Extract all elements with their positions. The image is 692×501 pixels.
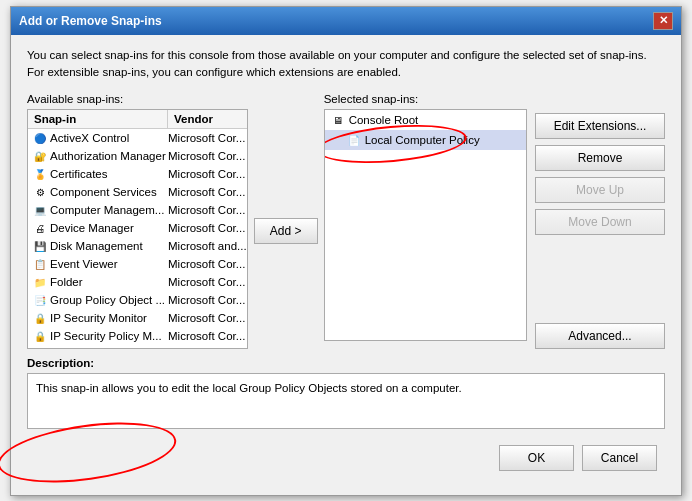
list-header: Snap-in Vendor — [28, 110, 247, 129]
cancel-button[interactable]: Cancel — [582, 445, 657, 471]
item-vendor-5: Microsoft Cor... — [168, 222, 245, 234]
item-icon-12: 🔗 — [30, 346, 50, 349]
item-vendor-8: Microsoft Cor... — [168, 276, 245, 288]
remove-button[interactable]: Remove — [535, 145, 665, 171]
list-item[interactable]: 📋 Event Viewer Microsoft Cor... — [28, 255, 247, 273]
list-item[interactable]: 📑 Group Policy Object ... Microsoft Cor.… — [28, 291, 247, 309]
available-label: Available snap-ins: — [27, 93, 248, 105]
item-name-10: IP Security Monitor — [50, 312, 168, 324]
item-name-2: Certificates — [50, 168, 168, 180]
close-button[interactable]: ✕ — [653, 12, 673, 30]
item-icon-7: 📋 — [30, 256, 50, 272]
item-vendor-1: Microsoft Cor... — [168, 150, 245, 162]
item-vendor-2: Microsoft Cor... — [168, 168, 245, 180]
list-item[interactable]: 💻 Computer Managem... Microsoft Cor... — [28, 201, 247, 219]
description-content: This snap-in allows you to edit the loca… — [27, 373, 665, 429]
item-icon-10: 🔒 — [30, 310, 50, 326]
edit-extensions-button[interactable]: Edit Extensions... — [535, 113, 665, 139]
list-item[interactable]: 🔗 Link to Web Address Microsoft Cor... — [28, 345, 247, 349]
item-icon-0: 🔵 — [30, 130, 50, 146]
item-name-9: Group Policy Object ... — [50, 294, 168, 306]
selected-panel: Selected snap-ins: 🖥 Console Root 📄 Loca… — [324, 93, 527, 349]
dialog-title: Add or Remove Snap-ins — [19, 14, 162, 28]
item-vendor-4: Microsoft Cor... — [168, 204, 245, 216]
available-listbox[interactable]: Snap-in Vendor 🔵 ActiveX Control Microso… — [27, 109, 248, 349]
selected-label: Selected snap-ins: — [324, 93, 527, 105]
bottom-buttons: OK Cancel — [27, 439, 665, 481]
list-item[interactable]: 🏅 Certificates Microsoft Cor... — [28, 165, 247, 183]
item-icon-11: 🔒 — [30, 328, 50, 344]
item-icon-6: 💾 — [30, 238, 50, 254]
item-vendor-7: Microsoft Cor... — [168, 258, 245, 270]
col-header-snapin: Snap-in — [28, 110, 168, 128]
item-name-7: Event Viewer — [50, 258, 168, 270]
item-icon-8: 📁 — [30, 274, 50, 290]
ok-button[interactable]: OK — [499, 445, 574, 471]
item-name-11: IP Security Policy M... — [50, 330, 168, 342]
item-icon-3: ⚙ — [30, 184, 50, 200]
item-vendor-10: Microsoft Cor... — [168, 312, 245, 324]
item-vendor-3: Microsoft Cor... — [168, 186, 245, 198]
item-icon-2: 🏅 — [30, 166, 50, 182]
item-vendor-6: Microsoft and... — [168, 240, 247, 252]
description-section: Description: This snap-in allows you to … — [27, 357, 665, 429]
description-label: Description: — [27, 357, 665, 369]
item-vendor-0: Microsoft Cor... — [168, 132, 245, 144]
intro-text: You can select snap-ins for this console… — [27, 47, 665, 82]
item-name-5: Device Manager — [50, 222, 168, 234]
item-icon-5: 🖨 — [30, 220, 50, 236]
list-item[interactable]: 📁 Folder Microsoft Cor... — [28, 273, 247, 291]
list-item[interactable]: ⚙ Component Services Microsoft Cor... — [28, 183, 247, 201]
action-buttons-panel: Edit Extensions... Remove Move Up Move D… — [535, 93, 665, 349]
item-name-1: Authorization Manager — [50, 150, 168, 162]
move-down-button[interactable]: Move Down — [535, 209, 665, 235]
tree-item-local-policy[interactable]: 📄 Local Computer Policy — [325, 130, 526, 150]
item-vendor-11: Microsoft Cor... — [168, 330, 245, 342]
item-vendor-12: Microsoft Cor... — [168, 348, 245, 349]
item-icon-1: 🔐 — [30, 148, 50, 164]
console-root-icon: 🖥 — [329, 112, 347, 128]
tree-item-console-root[interactable]: 🖥 Console Root — [325, 110, 526, 130]
col-header-vendor: Vendor — [168, 110, 247, 128]
item-name-0: ActiveX Control — [50, 132, 168, 144]
list-item[interactable]: 💾 Disk Management Microsoft and... — [28, 237, 247, 255]
list-item[interactable]: 🔒 IP Security Policy M... Microsoft Cor.… — [28, 327, 247, 345]
available-items-list: 🔵 ActiveX Control Microsoft Cor... 🔐 Aut… — [28, 129, 247, 349]
item-name-8: Folder — [50, 276, 168, 288]
list-item[interactable]: 🔒 IP Security Monitor Microsoft Cor... — [28, 309, 247, 327]
available-panel: Available snap-ins: Snap-in Vendor 🔵 Act… — [27, 93, 248, 349]
add-remove-snapins-dialog: Add or Remove Snap-ins ✕ You can select … — [10, 6, 682, 496]
item-icon-4: 💻 — [30, 202, 50, 218]
list-item[interactable]: 🔐 Authorization Manager Microsoft Cor... — [28, 147, 247, 165]
local-policy-icon: 📄 — [345, 132, 363, 148]
item-name-12: Link to Web Address — [50, 348, 168, 349]
selected-tree[interactable]: 🖥 Console Root 📄 Local Computer Policy — [324, 109, 527, 341]
center-panel: Add > — [248, 93, 324, 349]
title-bar: Add or Remove Snap-ins ✕ — [11, 7, 681, 35]
item-name-4: Computer Managem... — [50, 204, 168, 216]
item-name-6: Disk Management — [50, 240, 168, 252]
add-button[interactable]: Add > — [254, 218, 318, 244]
advanced-button[interactable]: Advanced... — [535, 323, 665, 349]
item-icon-9: 📑 — [30, 292, 50, 308]
list-item[interactable]: 🔵 ActiveX Control Microsoft Cor... — [28, 129, 247, 147]
item-vendor-9: Microsoft Cor... — [168, 294, 245, 306]
list-item[interactable]: 🖨 Device Manager Microsoft Cor... — [28, 219, 247, 237]
console-root-label: Console Root — [349, 114, 419, 126]
item-name-3: Component Services — [50, 186, 168, 198]
local-policy-label: Local Computer Policy — [365, 134, 480, 146]
move-up-button[interactable]: Move Up — [535, 177, 665, 203]
